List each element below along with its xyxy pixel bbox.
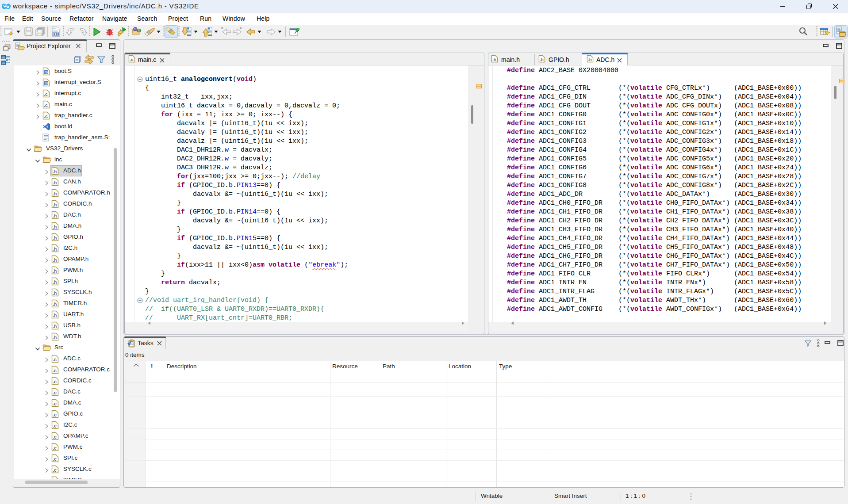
svg-text:.c: .c — [53, 379, 57, 384]
svg-text:.c: .c — [53, 467, 57, 473]
svg-text:.h: .h — [53, 246, 57, 252]
svg-text:.h: .h — [53, 313, 57, 318]
svg-text:.c: .c — [53, 390, 57, 395]
svg-text:.h: .h — [53, 279, 57, 285]
svg-text:.h: .h — [53, 335, 57, 340]
svg-text:S: S — [45, 70, 48, 74]
svg-text:.c: .c — [53, 478, 57, 479]
svg-text:.c: .c — [53, 445, 57, 451]
svg-text:.h: .h — [492, 57, 496, 62]
svg-text:.c: .c — [53, 434, 57, 439]
svg-text:S: S — [45, 81, 48, 85]
svg-text:.h: .h — [53, 169, 57, 174]
svg-text:.c: .c — [44, 92, 48, 97]
svg-text:.c: .c — [53, 423, 57, 428]
svg-text:.c: .c — [53, 456, 57, 462]
svg-text:.c: .c — [44, 103, 48, 108]
svg-text:010: 010 — [54, 33, 60, 36]
svg-text:.h: .h — [53, 235, 57, 241]
svg-text:.h: .h — [53, 290, 57, 296]
svg-text:.h: .h — [588, 57, 592, 62]
svg-text:.h: .h — [53, 268, 57, 274]
svg-text:.c: .c — [53, 401, 57, 406]
svg-text:.c: .c — [53, 368, 57, 373]
svg-text:.h: .h — [53, 302, 57, 307]
svg-text:.h: .h — [53, 191, 57, 196]
svg-text:.h: .h — [53, 213, 57, 218]
svg-text:.c: .c — [53, 357, 57, 362]
svg-text:.h: .h — [53, 202, 57, 207]
svg-text:.c: .c — [130, 57, 134, 62]
svg-text:.h: .h — [53, 180, 57, 185]
svg-text:.h: .h — [53, 257, 57, 263]
svg-text:.h: .h — [540, 57, 544, 62]
svg-text:*: * — [240, 27, 242, 31]
svg-text:.h: .h — [53, 224, 57, 229]
svg-text:*: * — [221, 27, 223, 31]
svg-text:.c: .c — [44, 114, 48, 119]
svg-text:.h: .h — [53, 324, 57, 329]
svg-text:.c: .c — [53, 412, 57, 417]
